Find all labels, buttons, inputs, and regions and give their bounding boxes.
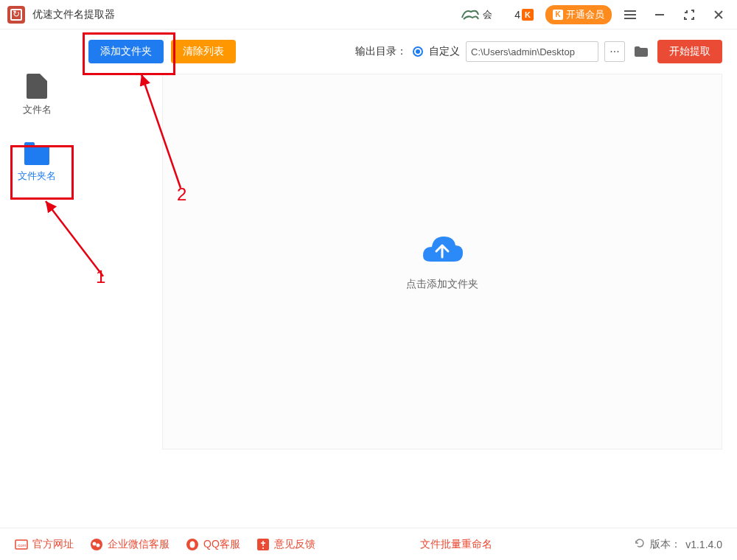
add-folder-button[interactable]: 添加文件夹 [88,40,164,63]
wechat-icon [90,538,103,551]
clear-list-button[interactable]: 清除列表 [171,40,236,63]
custom-radio-label: 自定义 [429,45,460,58]
toolbar: 添加文件夹 清除列表 输出目录： 自定义 ··· 开始提取 [0,29,737,74]
qq-icon [186,538,199,551]
feedback-link[interactable]: 意见反馈 [256,538,315,551]
app-icon [7,6,25,24]
open-folder-icon[interactable] [631,41,652,62]
batch-rename-link[interactable]: 文件批量重命名 [420,538,492,551]
sidebar-item-label: 文件夹名 [18,169,56,183]
svg-point-12 [190,541,195,547]
cloud-upload-icon [419,232,466,265]
start-extract-button[interactable]: 开始提取 [657,40,722,63]
custom-radio[interactable] [413,46,423,57]
feedback-icon [256,538,270,551]
maximize-icon[interactable] [678,4,700,26]
vip-count: 4 K [514,9,534,21]
svg-point-14 [262,547,264,549]
sidebar: 文件名 文件夹名 [0,74,74,183]
official-site-link[interactable]: .com 官方网址 [15,538,74,551]
folder-icon [24,146,49,165]
drop-zone-text: 点击添加文件夹 [406,278,478,291]
user-label: 会 [483,8,492,21]
website-icon: .com [15,538,28,551]
footer: .com 官方网址 企业微信客服 QQ客服 意见反馈 文件批量重命名 版本：v1… [0,528,737,560]
vip-icon: K [553,10,563,20]
main-area: 点击添加文件夹 [88,74,722,516]
version-info: 版本：v1.1.4.0 [634,537,722,551]
drop-zone[interactable]: 点击添加文件夹 [162,74,722,449]
output-dir-label: 输出目录： [355,45,407,58]
minimize-icon[interactable] [649,4,671,26]
close-icon[interactable] [708,4,730,26]
menu-icon[interactable] [619,4,641,26]
refresh-icon[interactable] [634,537,646,551]
browse-button[interactable]: ··· [604,41,625,62]
svg-text:.com: .com [16,543,26,547]
vip-badge-icon: K [522,9,534,21]
svg-point-10 [97,543,100,547]
sidebar-item-label: 文件名 [23,103,52,116]
sidebar-item-foldername[interactable]: 文件夹名 [7,146,66,183]
titlebar: 优速文件名提取器 会 4 K K 开通会员 [0,0,737,29]
file-icon [27,74,47,99]
wechat-support-link[interactable]: 企业微信客服 [90,538,170,551]
app-title: 优速文件名提取器 [32,8,453,21]
output-path-input[interactable] [466,41,598,62]
qq-support-link[interactable]: QQ客服 [186,538,240,551]
sidebar-item-filename[interactable]: 文件名 [7,74,66,116]
open-vip-button[interactable]: K 开通会员 [545,5,612,24]
cloud-logo: 会 [461,7,492,22]
svg-point-9 [93,542,97,545]
